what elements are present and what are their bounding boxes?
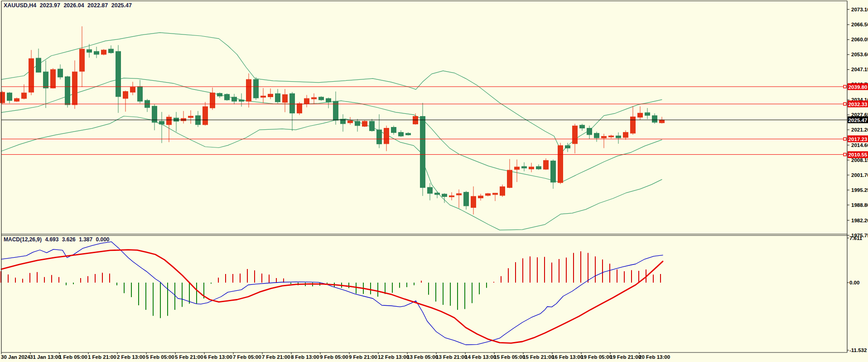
macd-value: 4.693 xyxy=(45,236,58,243)
candle-body xyxy=(72,72,77,105)
candle-body xyxy=(362,121,367,126)
candle-body xyxy=(486,194,491,196)
time-axis-tick-label: 12 Feb 13:00 xyxy=(378,354,409,360)
candle-body xyxy=(551,161,556,182)
candle-body xyxy=(660,120,665,123)
price-axis-tick-label: 1995.25 xyxy=(851,187,868,193)
candle-body xyxy=(631,117,636,133)
ohlc-low: 2022.87 xyxy=(87,2,108,9)
candle-body xyxy=(51,69,56,88)
time-axis-tick-label: 9 Feb 21:00 xyxy=(349,354,377,360)
macd-axis-tick-label: 0.00 xyxy=(849,280,859,285)
candle-body xyxy=(167,117,172,125)
ohlc-high: 2026.04 xyxy=(63,2,84,9)
candle-body xyxy=(304,98,309,103)
time-axis-tick-label: 19 Feb 21:00 xyxy=(610,354,641,360)
time-axis-tick-label: 14 Feb 13:00 xyxy=(465,354,496,360)
candle-body xyxy=(312,98,317,99)
time-axis-tick-label: 6 Feb 13:00 xyxy=(204,354,232,360)
candle-body xyxy=(399,132,404,136)
macd-signal-value: 3.626 xyxy=(62,236,76,243)
candle-body xyxy=(478,196,483,198)
time-axis-tick-label: 20 Feb 13:00 xyxy=(639,354,670,360)
level-price-badge: 2039.80 xyxy=(848,83,868,90)
time-axis-tick-label: 9 Feb 05:00 xyxy=(320,354,348,360)
candle-body xyxy=(493,193,498,195)
candle-body xyxy=(14,98,19,101)
macd-signal-line xyxy=(1,250,663,343)
time-axis-tick-label: 1 Feb 05:00 xyxy=(59,354,87,360)
macd-axis-tick-label: 7.611 xyxy=(849,235,862,241)
candle-body xyxy=(428,187,433,193)
price-axis-tick-label: 2047.15 xyxy=(851,67,868,72)
level-price-badge: 2032.33 xyxy=(848,101,868,108)
candle-body xyxy=(188,116,193,117)
candle-body xyxy=(413,117,418,124)
candle-body xyxy=(116,51,121,97)
macd-axis-tick-label: -11.532 xyxy=(849,347,867,353)
time-axis-tick-label: 15 Feb 05:00 xyxy=(494,354,525,360)
macd-name: MACD(12,26,9) xyxy=(4,236,42,243)
chart-title: XAUUSD,H4 2023.97 2026.04 2022.87 2025.4… xyxy=(4,2,134,9)
candle-body xyxy=(377,130,382,144)
candle-body xyxy=(442,194,447,197)
time-axis-tick-label: 5 Feb 05:00 xyxy=(146,354,174,360)
level-anchor-square[interactable] xyxy=(844,153,846,156)
candle-body xyxy=(203,107,208,125)
price-axis-tick-label: 2014.60 xyxy=(851,142,868,148)
symbol-timeframe-label: XAUUSD,H4 xyxy=(4,2,36,9)
time-axis-tick-label: 19 Feb 05:00 xyxy=(581,354,612,360)
candle-body xyxy=(159,121,164,124)
candle-body xyxy=(123,92,128,98)
level-anchor-square[interactable] xyxy=(844,137,846,140)
ohlc-open: 2023.97 xyxy=(40,2,60,9)
candle-body xyxy=(29,59,34,92)
candle-body xyxy=(94,51,99,54)
candle-body xyxy=(623,132,628,137)
candle-body xyxy=(36,58,41,72)
current-price-badge: 2025.47 xyxy=(848,117,868,123)
candle-body xyxy=(616,136,621,138)
time-axis-tick-label: 2 Feb 13:00 xyxy=(117,354,145,360)
level-anchor-square[interactable] xyxy=(844,85,846,88)
candle-body xyxy=(587,128,592,135)
candle-body xyxy=(580,125,585,128)
candle-body xyxy=(0,92,5,103)
price-axis-tick-label: 1982.20 xyxy=(851,218,868,223)
macd-line xyxy=(1,242,663,345)
candle-body xyxy=(522,166,527,168)
trading-chart-window: XAUUSD,H4 2023.97 2026.04 2022.87 2025.4… xyxy=(0,0,868,362)
candle-body xyxy=(130,87,135,92)
level-anchor-square[interactable] xyxy=(844,103,846,105)
candle-body xyxy=(326,98,331,102)
candle-body xyxy=(58,69,63,77)
candle-body xyxy=(290,93,295,113)
candle-body xyxy=(196,116,201,125)
candle-body xyxy=(609,136,614,137)
candlestick-series xyxy=(0,26,665,215)
candle-body xyxy=(384,128,389,144)
candle-body xyxy=(254,79,259,98)
candle-body xyxy=(529,167,534,169)
candle-body xyxy=(268,94,273,97)
time-axis-tick-label: 30 Jan 2024 xyxy=(1,354,30,360)
candle-body xyxy=(435,193,440,195)
candle-body xyxy=(101,50,106,54)
chart-canvas[interactable] xyxy=(0,0,868,362)
price-axis-tick-label: 2053.60 xyxy=(851,52,868,57)
candle-body xyxy=(602,137,607,138)
time-axis-tick-label: 15 Feb 21:00 xyxy=(523,354,554,360)
time-axis-tick-label: 5 Feb 21:00 xyxy=(175,354,203,360)
candle-body xyxy=(500,187,505,196)
candle-body xyxy=(319,97,324,100)
candle-body xyxy=(464,192,469,206)
time-axis-tick-label: 8 Feb 13:00 xyxy=(291,354,319,360)
candle-body xyxy=(138,87,143,101)
candle-body xyxy=(22,93,27,98)
time-axis-tick-label: 31 Jan 13:00 xyxy=(30,354,61,360)
candle-body xyxy=(471,196,476,208)
level-price-badge: 2010.55 xyxy=(848,151,868,158)
macd-indicator-label: MACD(12,26,9) 4.693 3.626 1.387 0.000 xyxy=(4,236,111,243)
candle-body xyxy=(246,79,251,101)
candle-body xyxy=(652,116,657,122)
